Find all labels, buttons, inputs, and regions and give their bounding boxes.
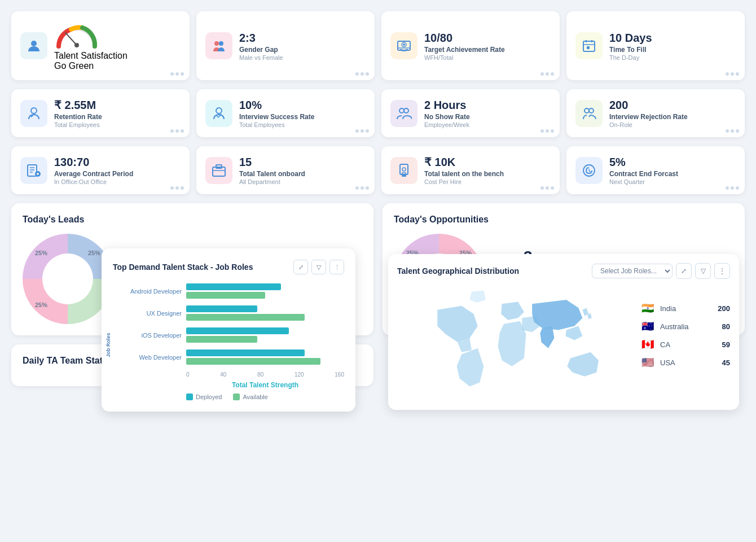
bar-chart-container: Job Roles Android Developer bbox=[113, 283, 344, 400]
metric-contract-end: 5% Contract End Forcast Next Quarter bbox=[566, 146, 745, 194]
avg-contract-icon bbox=[20, 157, 47, 184]
legend-deployed: Deployed bbox=[186, 394, 222, 400]
geo-more-btn[interactable]: ⋮ bbox=[714, 263, 730, 279]
donut-pct-bl: 25% bbox=[35, 301, 47, 308]
svg-point-18 bbox=[216, 108, 222, 113]
interview-success-label: Interview Success Rate bbox=[239, 113, 314, 121]
bar-deployed-web bbox=[186, 349, 305, 356]
talent-bench-content: ₹ 10K Total talent on the bench Cost Per… bbox=[424, 155, 504, 185]
talent-bench-label: Total talent on the bench bbox=[424, 170, 504, 178]
gender-gap-content: 2:3 Gender Gap Male vs Female bbox=[239, 31, 283, 61]
interview-success-sub: Total Employees bbox=[239, 121, 314, 128]
legend-dot-deployed bbox=[186, 394, 193, 400]
bar-available-ios bbox=[186, 336, 257, 343]
bar-available-ux bbox=[186, 314, 305, 321]
time-to-fill-icon bbox=[575, 32, 603, 59]
bar-available-android bbox=[186, 292, 265, 299]
avg-contract-label: Average Contract Period bbox=[54, 170, 133, 178]
metric-target-achievement: 10/80 Target Achievement Rate WFH/Total bbox=[381, 11, 560, 80]
target-achievement-label: Target Achievement Rate bbox=[424, 46, 505, 54]
total-talent-sub: All Department bbox=[239, 178, 305, 185]
country-count-ca: 59 bbox=[722, 340, 730, 349]
avg-contract-sub: In Office:Out Office bbox=[54, 178, 133, 185]
interview-rejection-icon bbox=[575, 100, 603, 127]
y-axis-label: Job Roles bbox=[106, 333, 111, 357]
top-demand-expand-btn[interactable]: ⤢ bbox=[293, 260, 308, 274]
leads-panel-title: Today's Leads bbox=[23, 215, 362, 225]
talent-satisfaction-content: Talent Satisfaction Go Green bbox=[54, 20, 181, 71]
country-item-india: 🇮🇳 India 200 bbox=[640, 303, 730, 314]
interview-success-content: 10% Interview Success Rate Total Employe… bbox=[239, 98, 314, 128]
interview-success-icon bbox=[205, 100, 232, 127]
talent-bench-value: ₹ 10K bbox=[424, 155, 504, 169]
bar-row-web: Web Developer bbox=[120, 349, 344, 365]
top-demand-more-btn[interactable]: ⋮ bbox=[329, 260, 344, 274]
chart-legend: Deployed Available bbox=[120, 394, 344, 400]
metric-no-show-rate: 2 Hours No Show Rate Employee/Week bbox=[381, 89, 560, 137]
svg-rect-16 bbox=[587, 46, 590, 49]
opportunities-panel-title: Today's Opportunities bbox=[394, 215, 733, 225]
bar-label-web: Web Developer bbox=[120, 354, 182, 361]
no-show-rate-content: 2 Hours No Show Rate Employee/Week bbox=[424, 98, 470, 128]
retention-rate-content: ₹ 2.55M Retention Rate Total Employees bbox=[54, 98, 102, 128]
top-demand-header: Top Demand Talent Stack - Job Roles ⤢ ▽ … bbox=[113, 260, 344, 274]
gauge-chart bbox=[54, 20, 99, 51]
time-to-fill-content: 10 Days Time To Fill The D-Day bbox=[609, 31, 652, 61]
bar-deployed-ux bbox=[186, 305, 257, 312]
legend-label-available: Available bbox=[243, 394, 267, 400]
metric-gender-gap: 2:3 Gender Gap Male vs Female bbox=[196, 11, 375, 80]
interview-rejection-value: 200 bbox=[609, 98, 688, 112]
donut-pct-tr: 25% bbox=[88, 250, 100, 256]
country-name-usa: USA bbox=[660, 359, 718, 367]
target-achievement-icon bbox=[390, 32, 417, 59]
no-show-rate-sub: Employee/Week bbox=[424, 121, 470, 128]
bar-chart-area: Android Developer UX Designer bbox=[113, 283, 344, 400]
svg-point-21 bbox=[584, 108, 589, 113]
metric-avg-contract: 130:70 Average Contract Period In Office… bbox=[11, 146, 190, 194]
svg-point-34 bbox=[402, 168, 406, 171]
svg-rect-35 bbox=[402, 175, 406, 177]
metric-talent-satisfaction: Talent Satisfaction Go Green bbox=[11, 11, 190, 80]
svg-point-22 bbox=[589, 108, 594, 113]
target-achievement-content: 10/80 Target Achievement Rate WFH/Total bbox=[424, 31, 505, 61]
world-map-svg bbox=[397, 286, 631, 399]
talent-bench-icon bbox=[390, 157, 417, 184]
top-demand-actions: ⤢ ▽ ⋮ bbox=[293, 260, 344, 274]
interview-rejection-sub: On-Role bbox=[609, 121, 688, 128]
talent-geo-popup: Talent Geographical Distribution Select … bbox=[383, 254, 745, 410]
bar-label-ios: iOS Developer bbox=[120, 332, 182, 339]
talent-geo-card: Talent Geographical Distribution Select … bbox=[388, 254, 739, 410]
geo-body: 🇮🇳 India 200 🇦🇺 Australia 80 🇨🇦 bbox=[397, 286, 730, 401]
geo-filter-btn[interactable]: ▽ bbox=[695, 263, 711, 279]
retention-rate-label: Retention Rate bbox=[54, 113, 102, 121]
time-to-fill-label: Time To Fill bbox=[609, 46, 652, 54]
svg-point-4 bbox=[219, 41, 223, 46]
no-show-rate-value: 2 Hours bbox=[424, 98, 470, 112]
country-item-ca: 🇨🇦 CA 59 bbox=[640, 339, 730, 350]
country-item-australia: 🇦🇺 Australia 80 bbox=[640, 321, 730, 332]
geo-title: Talent Geographical Distribution bbox=[397, 266, 519, 276]
metric-interview-success: 10% Interview Success Rate Total Employe… bbox=[196, 89, 375, 137]
country-name-india: India bbox=[660, 304, 713, 313]
country-list: 🇮🇳 India 200 🇦🇺 Australia 80 🇨🇦 bbox=[640, 286, 730, 401]
country-name-ca: CA bbox=[660, 340, 718, 349]
metric-talent-bench: ₹ 10K Total talent on the bench Cost Per… bbox=[381, 146, 560, 194]
contract-end-label: Contract End Forcast bbox=[609, 170, 678, 178]
svg-point-17 bbox=[31, 108, 37, 113]
donut-chart: 25% 25% 25% bbox=[23, 234, 113, 324]
top-demand-filter-btn[interactable]: ▽ bbox=[311, 260, 326, 274]
avg-contract-value: 130:70 bbox=[54, 155, 133, 169]
gender-gap-icon bbox=[205, 32, 232, 59]
geo-expand-btn[interactable]: ⤢ bbox=[676, 263, 692, 279]
job-roles-select[interactable]: Select Job Roles... bbox=[592, 264, 673, 278]
retention-rate-icon bbox=[20, 100, 47, 127]
talent-satisfaction-sub: Go Green bbox=[54, 61, 181, 71]
bar-group-ios bbox=[186, 327, 344, 343]
donut-hole bbox=[42, 253, 93, 304]
donut-chart-wrap: 25% 25% 25% bbox=[23, 234, 113, 324]
total-talent-icon bbox=[205, 157, 232, 184]
top-demand-card: Top Demand Talent Stack - Job Roles ⤢ ▽ … bbox=[102, 248, 355, 412]
contract-end-value: 5% bbox=[609, 155, 678, 169]
flag-usa: 🇺🇸 bbox=[640, 357, 656, 368]
metric-retention-rate: ₹ 2.55M Retention Rate Total Employees bbox=[11, 89, 190, 137]
